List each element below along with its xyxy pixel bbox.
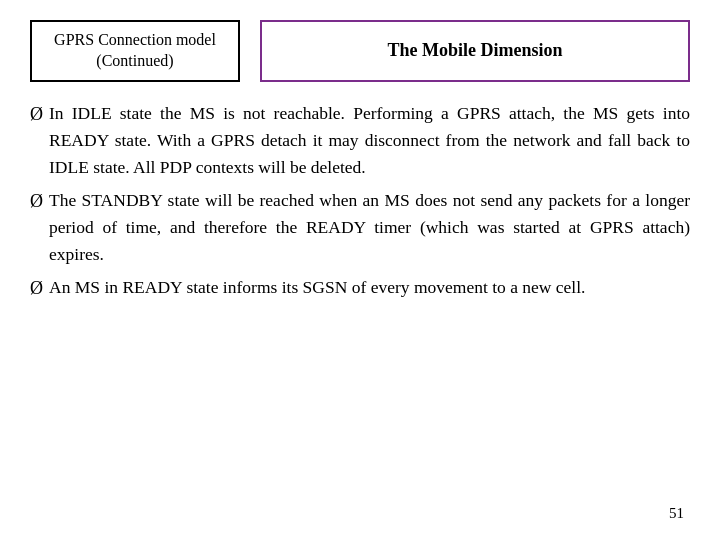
left-title-line1: GPRS Connection model bbox=[54, 31, 216, 48]
right-title-box: The Mobile Dimension bbox=[260, 20, 690, 82]
bullet-3: Ø bbox=[30, 275, 43, 303]
slide-number: 51 bbox=[669, 505, 684, 522]
content-area: Ø In IDLE state the MS is not reachable.… bbox=[30, 100, 690, 304]
left-title-box: GPRS Connection model (Continued) bbox=[30, 20, 240, 82]
paragraph-1-text: In IDLE state the MS is not reachable. P… bbox=[49, 100, 690, 181]
paragraph-2: Ø The STANDBY state will be reached when… bbox=[30, 187, 690, 268]
paragraph-1: Ø In IDLE state the MS is not reachable.… bbox=[30, 100, 690, 181]
paragraph-3: Ø An MS in READY state informs its SGSN … bbox=[30, 274, 690, 303]
bullet-2: Ø bbox=[30, 188, 43, 216]
right-title-text: The Mobile Dimension bbox=[387, 39, 562, 62]
header-row: GPRS Connection model (Continued) The Mo… bbox=[30, 20, 690, 82]
left-title-line2: (Continued) bbox=[96, 52, 173, 69]
bullet-1: Ø bbox=[30, 101, 43, 129]
paragraph-3-text: An MS in READY state informs its SGSN of… bbox=[49, 274, 690, 301]
paragraph-2-text: The STANDBY state will be reached when a… bbox=[49, 187, 690, 268]
left-title-text: GPRS Connection model (Continued) bbox=[54, 30, 216, 72]
slide-container: GPRS Connection model (Continued) The Mo… bbox=[0, 0, 720, 540]
